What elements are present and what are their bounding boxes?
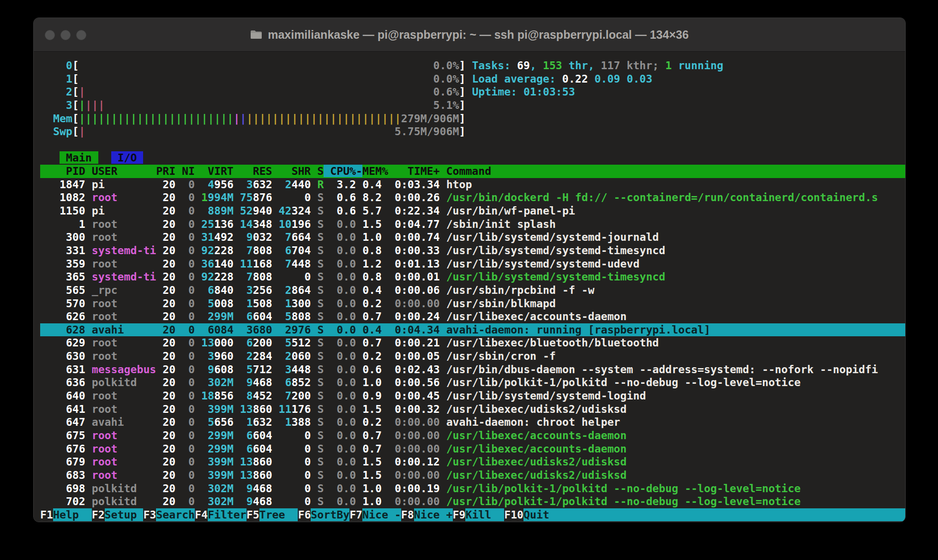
process-row-640[interactable]: 640 root 20 0 18856 8452 7200 S 0.0 0.9 … bbox=[40, 389, 905, 403]
process-row-702[interactable]: 702 polkitd 20 0 302M 9468 0 S 0.0 1.0 0… bbox=[40, 495, 905, 508]
title-area: maximiliankaske — pi@raspberrypi: ~ — ss… bbox=[34, 18, 905, 51]
fkey-F8[interactable]: F8 bbox=[401, 508, 414, 522]
process-row-565[interactable]: 565 _rpc 20 0 6840 3256 2864 S 0.0 0.4 0… bbox=[40, 284, 905, 297]
virt: 299M bbox=[208, 310, 234, 322]
process-row-675[interactable]: 675 root 20 0 299M 6604 0 S 0.0 0.7 0:00… bbox=[40, 429, 905, 442]
process-row-300[interactable]: 300 root 20 0 31492 9032 7664 S 0.0 1.0 … bbox=[40, 231, 905, 244]
fkey-F6-label[interactable]: SortBy bbox=[311, 508, 349, 522]
shr: 0 bbox=[304, 442, 311, 455]
tab-io[interactable]: I/O bbox=[111, 151, 144, 164]
virt: 656 bbox=[214, 416, 234, 428]
process-row-647[interactable]: 647 avahi 20 0 5656 1632 1388 S 0.0 0.2 … bbox=[40, 416, 905, 429]
process-row-1150[interactable]: 1150 pi 20 0 889M 52940 42324 S 0.6 5.7 … bbox=[40, 204, 905, 218]
process-row-630[interactable]: 630 root 20 0 3960 2284 2060 S 0.0 0.2 0… bbox=[40, 350, 905, 363]
virt: 840 bbox=[214, 284, 234, 296]
cpu-percent: 0.0 bbox=[324, 363, 356, 375]
header-right-columns[interactable]: MEM% TIME+ Command bbox=[362, 165, 491, 177]
text bbox=[85, 495, 92, 507]
priority: 20 bbox=[156, 495, 175, 507]
user: polkitd bbox=[92, 376, 156, 388]
process-row-1082[interactable]: 1082 root 20 0 1994M 75876 0 S 0.6 8.2 0… bbox=[40, 191, 905, 204]
user: root bbox=[92, 218, 156, 230]
time: 0:00.26 bbox=[382, 191, 440, 203]
fkey-F4-label[interactable]: Filter bbox=[208, 508, 247, 522]
fkey-F6[interactable]: F6 bbox=[298, 508, 311, 522]
process-row-331[interactable]: 331 systemd-ti 20 0 92228 7808 6704 S 0.… bbox=[40, 244, 905, 257]
cpu-percent: 0.0 bbox=[324, 376, 356, 388]
header-left-columns[interactable]: PID USER PRI NI VIRT RES SHR S bbox=[40, 165, 324, 177]
fkey-F7[interactable]: F7 bbox=[349, 508, 362, 522]
pad bbox=[234, 218, 240, 230]
header-sort-column-cpu[interactable]: CPU%- bbox=[324, 165, 362, 177]
text bbox=[311, 376, 317, 388]
fkey-F9[interactable]: F9 bbox=[453, 508, 466, 522]
virt: 302M bbox=[208, 482, 234, 494]
table-header[interactable]: PID USER PRI NI VIRT RES SHR S CPU%-MEM%… bbox=[40, 165, 905, 178]
shr: 7 bbox=[285, 231, 292, 243]
process-row-631[interactable]: 631 messagebus 20 0 9608 5712 3448 S 0.0… bbox=[40, 363, 905, 376]
command: /usr/lib/systemd/systemd-journald bbox=[446, 231, 659, 243]
text bbox=[85, 310, 92, 322]
pad bbox=[272, 416, 285, 428]
fkey-F1[interactable]: F1 bbox=[40, 508, 53, 522]
res: 860 bbox=[253, 403, 272, 415]
time: 0:00.32 bbox=[382, 403, 440, 415]
tab-main[interactable]: Main bbox=[60, 151, 98, 164]
text bbox=[440, 429, 446, 441]
process-row-636[interactable]: 636 polkitd 20 0 302M 9468 6852 S 0.0 1.… bbox=[40, 376, 905, 389]
fkey-F8-label[interactable]: Nice + bbox=[414, 508, 453, 522]
process-row-570[interactable]: 570 root 20 0 5008 1508 1300 S 0.0 0.2 0… bbox=[40, 297, 905, 310]
res: 508 bbox=[253, 297, 272, 310]
res: 9 bbox=[247, 495, 253, 507]
fkey-F4[interactable]: F4 bbox=[195, 508, 208, 522]
process-row-683[interactable]: 683 root 20 0 399M 13860 0 S 0.0 1.5 0:0… bbox=[40, 469, 905, 482]
process-row-1847[interactable]: 1847 pi 20 0 4956 3632 2440 R 3.2 0.4 0:… bbox=[40, 178, 905, 191]
time: 0:00.24 bbox=[382, 310, 440, 322]
shr: 11 bbox=[279, 403, 292, 415]
process-row-365[interactable]: 365 systemd-ti 20 0 92228 7808 0 S 0.0 0… bbox=[40, 270, 905, 284]
pad bbox=[234, 416, 247, 428]
nice: 0 bbox=[175, 270, 195, 283]
process-row-676[interactable]: 676 root 20 0 299M 6604 0 S 0.0 0.7 0:00… bbox=[40, 442, 905, 456]
pid: 629 bbox=[40, 336, 85, 349]
fkey-F2[interactable]: F2 bbox=[92, 508, 105, 522]
fkey-F1-label[interactable]: Help bbox=[53, 508, 92, 522]
fkey-F5[interactable]: F5 bbox=[247, 508, 259, 522]
time: 0:00.00 bbox=[382, 495, 440, 507]
time: 0:00.00 bbox=[382, 469, 440, 481]
process-row-641[interactable]: 641 root 20 0 399M 13860 11176 S 0.0 1.5… bbox=[40, 403, 905, 416]
cpu-percent: 0.6 bbox=[324, 204, 356, 217]
process-row-1[interactable]: 1 root 20 0 25136 14348 10196 S 0.0 1.5 … bbox=[40, 218, 905, 231]
cpu-percent: 0.0 bbox=[324, 482, 356, 494]
fkey-F7-label[interactable]: Nice - bbox=[362, 508, 401, 522]
command: /usr/libexec/udisks2/udisksd bbox=[446, 469, 627, 481]
pad bbox=[234, 284, 247, 296]
cpu-percent: 0.0 bbox=[324, 455, 356, 468]
shr: 448 bbox=[292, 257, 311, 270]
fkey-F3-label[interactable]: Search bbox=[156, 508, 195, 522]
fkey-F3[interactable]: F3 bbox=[143, 508, 156, 522]
fkey-F10[interactable]: F10 bbox=[504, 508, 523, 522]
text bbox=[85, 323, 92, 336]
command: /usr/libexec/accounts-daemon bbox=[446, 429, 627, 441]
pad bbox=[234, 363, 247, 375]
time: 0:00.56 bbox=[382, 376, 440, 388]
shr: 300 bbox=[292, 297, 311, 310]
fkey-F2-label[interactable]: Setup bbox=[105, 508, 144, 522]
terminal-content[interactable]: 0[ 0.0%] Tasks: 69, 153 thr, 117 kthr; 1… bbox=[34, 52, 905, 522]
text bbox=[311, 231, 317, 243]
fkey-F5-label[interactable]: Tree bbox=[259, 508, 298, 522]
fkey-F9-label[interactable]: Kill bbox=[465, 508, 504, 522]
process-row-628[interactable]: 628 avahi 20 0 6084 3680 2976 S 0.0 0.4 … bbox=[40, 323, 905, 337]
process-row-698[interactable]: 698 polkitd 20 0 302M 9468 0 S 0.0 1.0 0… bbox=[40, 482, 905, 495]
pid: 565 bbox=[40, 284, 85, 296]
fkey-F10-label[interactable]: Quit bbox=[523, 508, 905, 522]
uptime: 01:03:53 bbox=[523, 85, 575, 98]
process-row-359[interactable]: 359 root 20 0 36140 11168 7448 S 0.0 1.2… bbox=[40, 257, 905, 271]
time: 0:00.19 bbox=[382, 482, 440, 494]
process-row-679[interactable]: 679 root 20 0 399M 13860 0 S 0.0 1.5 0:0… bbox=[40, 455, 905, 469]
text bbox=[440, 495, 446, 507]
process-row-629[interactable]: 629 root 20 0 13000 6200 5512 S 0.0 0.7 … bbox=[40, 336, 905, 350]
process-row-626[interactable]: 626 root 20 0 299M 6604 5808 S 0.0 0.7 0… bbox=[40, 310, 905, 323]
virt: 9 bbox=[208, 363, 214, 375]
